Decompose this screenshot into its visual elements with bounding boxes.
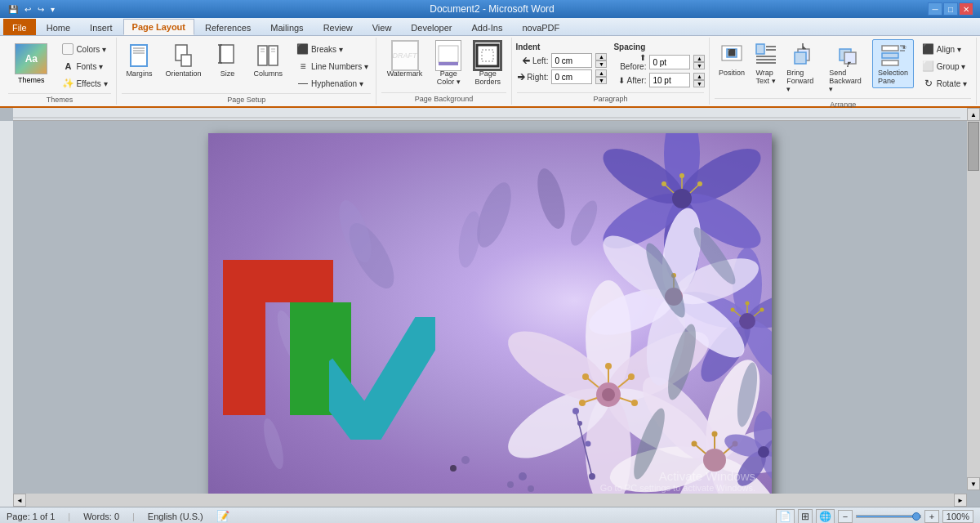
position-button[interactable]: ⬛ Position	[715, 39, 748, 80]
spacing-before-down[interactable]: ▼	[693, 62, 705, 69]
tab-developer[interactable]: Developer	[402, 19, 461, 35]
tab-review[interactable]: Review	[314, 19, 362, 35]
svg-point-136	[589, 473, 595, 480]
fonts-button[interactable]: A Fonts ▾	[58, 58, 111, 74]
size-button[interactable]: Size	[208, 39, 246, 81]
spacing-after-down[interactable]: ▼	[693, 80, 705, 87]
align-button[interactable]: ⬛ Align ▾	[919, 41, 971, 57]
scroll-track	[967, 121, 980, 477]
colors-button[interactable]: Colors ▾	[58, 41, 111, 57]
tab-file[interactable]: File	[3, 19, 36, 35]
watermark-button[interactable]: DRAFT Watermark	[381, 39, 429, 81]
zoom-slider[interactable]	[856, 515, 921, 518]
maximize-btn[interactable]: □	[943, 2, 958, 16]
undo-quick-btn[interactable]: ↩	[23, 5, 33, 14]
columns-icon	[255, 42, 281, 69]
redo-quick-btn[interactable]: ↪	[36, 5, 46, 14]
bringforward-button[interactable]: BringForward ▾	[782, 39, 823, 96]
zoom-out-btn[interactable]: −	[838, 510, 853, 523]
tab-mailings[interactable]: Mailings	[261, 19, 312, 35]
linenumbers-button[interactable]: ≡ Line Numbers ▾	[293, 58, 372, 74]
breaks-label: Breaks ▾	[311, 45, 343, 54]
scroll-left-btn[interactable]: ◄	[13, 494, 26, 507]
orientation-button[interactable]: Orientation	[159, 39, 207, 81]
wraptext-button[interactable]: WrapText ▾	[751, 39, 782, 88]
spacing-after-up[interactable]: ▲	[693, 73, 705, 80]
svg-point-53	[528, 485, 534, 492]
scroll-up-btn[interactable]: ▲	[967, 108, 980, 121]
bringforward-label: BringForward ▾	[786, 69, 819, 93]
indent-right-up[interactable]: ▲	[595, 69, 607, 77]
svg-point-52	[519, 472, 527, 481]
scroll-right-btn[interactable]: ►	[954, 494, 967, 507]
tab-addins[interactable]: Add-Ins	[463, 19, 512, 35]
spacing-after-input[interactable]	[649, 73, 690, 87]
colors-label: Colors ▾	[76, 45, 106, 54]
indent-left-input[interactable]	[551, 53, 592, 68]
zoom-level[interactable]: 100%	[942, 510, 973, 523]
pageborders-button[interactable]: PageBorders	[469, 39, 506, 89]
ribbon-group-pagesetup: Margins Orientation	[117, 38, 377, 105]
group-icon: ⬜	[923, 60, 934, 72]
spacing-label: Spacing	[613, 42, 705, 51]
size-label: Size	[220, 69, 235, 78]
rotate-button[interactable]: ↻ Rotate ▾	[919, 75, 971, 92]
tab-home[interactable]: Home	[38, 19, 79, 35]
position-icon: ⬛	[720, 42, 743, 69]
close-btn[interactable]: ✕	[959, 2, 973, 16]
svg-rect-6	[181, 55, 191, 66]
print-layout-btn[interactable]: 📄	[776, 509, 795, 524]
indent-right-down[interactable]: ▼	[595, 77, 607, 84]
zoom-thumb	[912, 512, 920, 521]
spacing-before-input[interactable]	[649, 55, 690, 69]
size-icon	[214, 42, 240, 69]
pagebg-group-label: Page Background	[381, 92, 506, 103]
title-bar: 💾 ↩ ↪ ▾ Document2 - Microsoft Word ─ □ ✕	[0, 0, 980, 18]
scroll-down-btn[interactable]: ▼	[967, 477, 980, 490]
tab-references[interactable]: References	[196, 19, 260, 35]
themes-button[interactable]: Aa Themes	[7, 39, 55, 88]
scroll-thumb[interactable]	[968, 122, 979, 171]
save-quick-btn[interactable]: 💾	[7, 5, 20, 14]
scrollbar-right: ▲ ▼	[967, 108, 980, 490]
ribbon-group-arrange: ⬛ Position WrapText ▾	[710, 38, 977, 105]
pageborders-icon	[474, 42, 501, 69]
spellcheck-icon[interactable]: 📝	[216, 510, 229, 522]
status-bar: Page: 1 of 1 | Words: 0 | English (U.S.)…	[0, 507, 980, 523]
fullscreen-btn[interactable]: ⊞	[798, 509, 813, 524]
rotate-icon: ↻	[923, 78, 934, 89]
pagecolor-button[interactable]: PageColor ▾	[430, 39, 467, 89]
themes-label: Themes	[18, 76, 45, 84]
hyphenation-button[interactable]: — Hyphenation ▾	[293, 75, 372, 92]
minimize-btn[interactable]: ─	[928, 2, 942, 16]
tab-pagelayout[interactable]: Page Layout	[123, 19, 194, 35]
indent-left-down[interactable]: ▼	[595, 60, 607, 68]
status-sep2: |	[132, 512, 135, 521]
selectionpane-button[interactable]: 👁 SelectionPane	[872, 39, 913, 88]
ribbon-tabs: File Home Insert Page Layout References …	[0, 18, 980, 36]
tab-novapdf[interactable]: novaPDF	[513, 19, 568, 35]
tab-view[interactable]: View	[363, 19, 401, 35]
columns-button[interactable]: Columns	[247, 39, 288, 81]
more-quick-btn[interactable]: ▾	[49, 5, 56, 14]
spacing-before-up[interactable]: ▲	[693, 55, 705, 62]
arrange-small-btns: ⬛ Align ▾ ⬜ Group ▾ ↻ Rotate ▾	[919, 39, 971, 92]
indent-left-label: 🡰 Left:	[515, 56, 548, 65]
margins-button[interactable]: Margins	[120, 39, 158, 81]
group-button[interactable]: ⬜ Group ▾	[919, 58, 971, 74]
svg-rect-18	[439, 62, 458, 65]
hyphenation-icon: —	[297, 78, 309, 89]
svg-point-105	[703, 449, 726, 472]
tab-insert[interactable]: Insert	[81, 19, 122, 35]
svg-rect-38	[882, 60, 898, 65]
orientation-label: Orientation	[165, 69, 201, 78]
svg-point-76	[746, 302, 750, 306]
pagesetup-small-btns: ⬛ Breaks ▾ ≡ Line Numbers ▾ — Hyphenatio…	[293, 39, 372, 92]
zoom-in-btn[interactable]: +	[924, 510, 939, 523]
sendbackward-button[interactable]: SendBackward ▾	[825, 39, 871, 96]
web-view-btn[interactable]: 🌐	[816, 509, 835, 524]
breaks-button[interactable]: ⬛ Breaks ▾	[293, 41, 372, 57]
indent-right-input[interactable]	[551, 69, 592, 84]
indent-left-up[interactable]: ▲	[595, 53, 607, 60]
effects-button[interactable]: ✨ Effects ▾	[58, 75, 111, 92]
